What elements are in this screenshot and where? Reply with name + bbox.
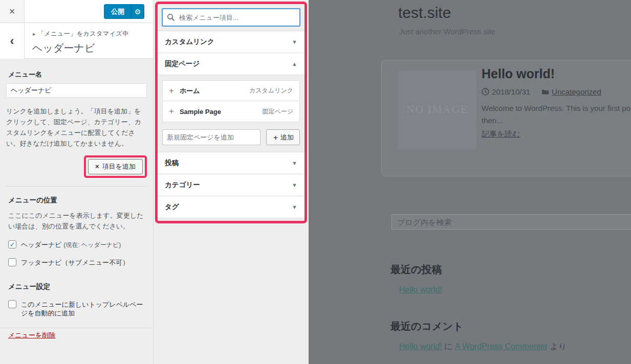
add-page-label: 追加: [280, 133, 294, 141]
no-image-label: NO IMAGE: [406, 103, 468, 116]
accordion-label: 固定ページ: [165, 59, 200, 69]
customizer-topbar: × 公開 ⚙: [0, 0, 153, 23]
comment-post-link[interactable]: Hello world!: [399, 342, 442, 351]
clock-icon: [482, 88, 489, 96]
recent-post-link[interactable]: Hello world!: [399, 285, 442, 294]
delete-menu-link[interactable]: メニューを削除: [8, 331, 55, 340]
comment-text: に: [442, 342, 455, 351]
folder-icon: [541, 88, 549, 95]
breadcrumb-arrow-icon: ▸: [33, 31, 36, 37]
add-items-button[interactable]: ×項目を追加: [88, 159, 143, 174]
chevron-left-icon: ‹: [10, 34, 14, 48]
panel-header: ‹ ▸「メニュー」をカスタマイズ中 ヘッダーナビ: [0, 23, 153, 59]
item-type-label: カスタムリンク: [249, 86, 293, 95]
new-page-input[interactable]: [162, 129, 260, 145]
close-icon: ×: [9, 6, 15, 17]
customizer-sidebar: × 公開 ⚙ ‹ ▸「メニュー」をカスタマイズ中 ヘッダーナビ メニュー名 リン…: [0, 0, 154, 364]
accordion-categories[interactable]: カテゴリー ▼: [158, 174, 304, 196]
site-tagline: Just another WordPress site: [399, 27, 495, 36]
location-label: フッターナビ（サブメニュー不可）: [21, 258, 129, 267]
excerpt-line: Welcome to WordPress. This is your first…: [482, 102, 631, 115]
plus-icon: +: [169, 86, 174, 96]
menu-item-home[interactable]: + ホーム カスタムリンク: [163, 81, 299, 101]
publish-group: 公開 ⚙: [104, 4, 144, 19]
accordion-label: カテゴリー: [165, 180, 200, 190]
read-more-link[interactable]: 記事を読む: [482, 129, 520, 139]
location-label: ヘッダーナビ: [21, 241, 62, 248]
page-items-list: + ホーム カスタムリンク + Sample Page 固定ページ: [162, 80, 300, 122]
accordion-posts[interactable]: 投稿 ▼: [158, 152, 304, 174]
menu-settings-panel: メニュー名 リンクを追加しましょう。「項目を追加」をクリックして、固定ページ、カ…: [0, 70, 153, 340]
post-title: Hello world!: [482, 66, 631, 81]
menu-item-sample-page[interactable]: + Sample Page 固定ページ: [163, 101, 299, 122]
excerpt-line: then...: [482, 115, 631, 127]
menu-locations-description: ここにこのメニューを表示します。変更したい場合は、別の位置を選んでください。: [8, 210, 145, 232]
chevron-up-icon: ▲: [292, 61, 297, 67]
add-items-label: 項目を追加: [102, 163, 136, 170]
plus-icon: +: [169, 106, 174, 117]
chevron-down-icon: ▼: [292, 182, 297, 188]
menu-settings-heading: メニュー設定: [8, 282, 145, 291]
site-preview: test.site Just another WordPress site NO…: [309, 0, 631, 364]
post-category-link[interactable]: Uncategorized: [552, 87, 601, 96]
auto-add-label: このメニューに新しいトップレベルページを自動的に追加: [21, 300, 145, 317]
chevron-down-icon: ▼: [292, 204, 297, 210]
site-title: test.site: [398, 4, 451, 21]
x-icon: ×: [95, 163, 99, 170]
checkbox-checked[interactable]: ✓: [8, 240, 16, 248]
checkbox-unchecked[interactable]: [8, 300, 16, 308]
search-icon: [167, 13, 175, 21]
menu-items-search-input[interactable]: [162, 9, 300, 26]
publish-button[interactable]: 公開: [104, 4, 131, 19]
post-date: 2018/10/31: [492, 87, 530, 96]
check-icon: ✓: [9, 240, 15, 248]
chevron-down-icon: ▼: [292, 39, 297, 45]
recent-comments-heading: 最近のコメント: [390, 320, 463, 333]
publish-settings-button[interactable]: ⚙: [131, 4, 144, 19]
no-image-thumbnail: NO IMAGE: [398, 71, 476, 149]
accordion-tags[interactable]: タグ ▼: [158, 196, 304, 218]
post-meta: 2018/10/31 Uncategorized: [482, 87, 631, 96]
annotation-highlight-small: ×項目を追加: [84, 155, 147, 178]
page-title: ヘッダーナビ: [32, 41, 95, 55]
accordion-label: カスタムリンク: [165, 37, 214, 47]
close-customizer-button[interactable]: ×: [0, 0, 25, 22]
item-title: Sample Page: [180, 108, 221, 116]
item-title: ホーム: [180, 86, 200, 96]
new-page-row: ＋追加: [162, 129, 300, 145]
location-current-suffix: (現在: ヘッダーナビ): [63, 241, 121, 248]
available-items-panel: カスタムリンク ▼ 固定ページ ▲ + ホーム カスタムリンク + Sample…: [154, 0, 309, 364]
post-card: NO IMAGE Hello world! 2018/10/31 Uncateg…: [381, 60, 631, 176]
menu-locations-heading: メニューの位置: [8, 196, 145, 205]
blog-search-input[interactable]: [391, 214, 631, 230]
section-divider: [0, 328, 153, 328]
checkbox-unchecked[interactable]: [8, 258, 16, 266]
breadcrumb-label: 「メニュー」をカスタマイズ中: [38, 30, 129, 37]
item-type-label: 固定ページ: [262, 107, 293, 116]
location-option-header-nav[interactable]: ✓ ヘッダーナビ (現在: ヘッダーナビ): [8, 240, 145, 249]
breadcrumb: ▸「メニュー」をカスタマイズ中: [33, 30, 128, 38]
post-excerpt: Welcome to WordPress. This is your first…: [482, 102, 631, 127]
accordion-label: タグ: [165, 202, 179, 212]
commenter-link[interactable]: A WordPress Commenter: [455, 342, 548, 351]
accordion-label: 投稿: [165, 158, 179, 168]
back-button[interactable]: ‹: [0, 23, 25, 59]
recent-posts-heading: 最近の投稿: [390, 263, 442, 277]
auto-add-pages-option[interactable]: このメニューに新しいトップレベルページを自動的に追加: [8, 300, 145, 317]
recent-comment-item: Hello world! に A WordPress Commenter より: [399, 342, 567, 352]
accordion-custom-links[interactable]: カスタムリンク ▼: [158, 31, 304, 53]
chevron-down-icon: ▼: [292, 160, 297, 166]
plus-icon: ＋: [272, 133, 279, 141]
accordion-pages[interactable]: 固定ページ ▲: [158, 53, 304, 75]
comment-text: より: [548, 342, 567, 351]
location-option-footer-nav[interactable]: フッターナビ（サブメニュー不可）: [8, 258, 145, 267]
menu-name-input[interactable]: [6, 83, 147, 98]
section-divider: [6, 186, 147, 187]
add-page-button[interactable]: ＋追加: [266, 129, 300, 145]
annotation-highlight-large: カスタムリンク ▼ 固定ページ ▲ + ホーム カスタムリンク + Sample…: [155, 2, 307, 223]
gear-icon: ⚙: [135, 8, 141, 16]
menu-name-label: メニュー名: [8, 70, 145, 79]
menu-help-text: リンクを追加しましょう。「項目を追加」をクリックして、固定ページ、カテゴリー、カ…: [6, 106, 147, 149]
